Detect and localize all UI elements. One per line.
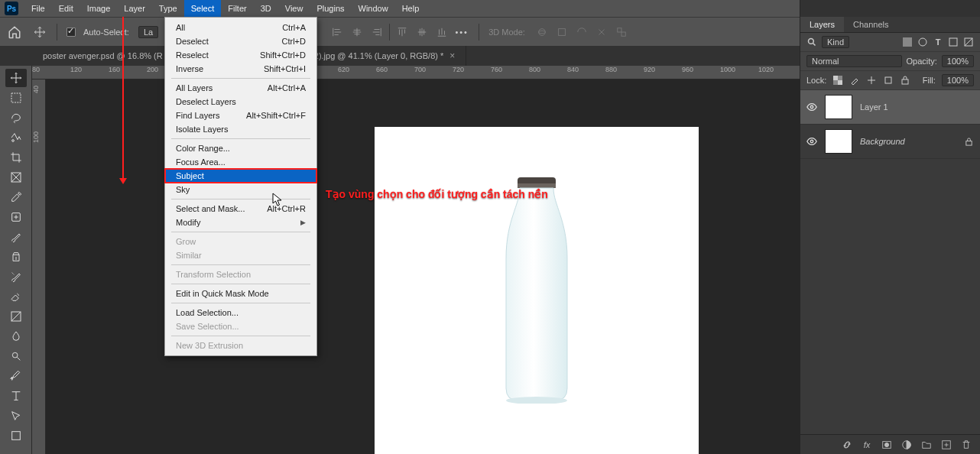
pan-3d-icon[interactable]	[554, 24, 570, 40]
menu-item-deselect-layers[interactable]: Deselect Layers	[165, 95, 316, 109]
lock-artboard-icon[interactable]	[883, 75, 894, 86]
tool-healing[interactable]	[5, 208, 27, 226]
menu-item-sky[interactable]: Sky	[165, 183, 316, 196]
menu-item-inverse[interactable]: InverseShift+Ctrl+I	[165, 62, 316, 76]
layer-row[interactable]: Background	[800, 125, 980, 159]
filter-type-icon[interactable]: T	[933, 37, 943, 47]
layer-row[interactable]: Layer 1	[800, 90, 980, 125]
layer-thumb	[825, 129, 852, 154]
menu-help[interactable]: Help	[395, 0, 427, 17]
tool-crop[interactable]	[5, 148, 27, 167]
tool-clone[interactable]	[5, 248, 27, 266]
menu-window[interactable]: Window	[352, 0, 395, 17]
layer-group-select[interactable]: La	[138, 26, 158, 38]
menu-item-find-layers[interactable]: Find LayersAlt+Shift+Ctrl+F	[165, 109, 316, 122]
filter-adjust-icon[interactable]	[917, 37, 928, 47]
menu-3d[interactable]: 3D	[254, 0, 278, 17]
close-icon[interactable]: ×	[449, 50, 455, 61]
menu-item-reselect[interactable]: ReselectShift+Ctrl+D	[165, 48, 316, 62]
align-bottom-icon[interactable]	[434, 24, 449, 40]
menu-item-focus-area[interactable]: Focus Area...	[165, 155, 316, 169]
slide-icon[interactable]	[594, 24, 609, 40]
opacity-label: Opacity:	[907, 57, 937, 66]
tool-frame[interactable]	[5, 168, 27, 186]
link-icon[interactable]	[841, 439, 853, 451]
opacity-value[interactable]: 100%	[942, 55, 974, 67]
scale-3d-icon[interactable]	[614, 24, 629, 40]
tool-history-brush[interactable]	[5, 268, 27, 286]
tool-pen[interactable]	[5, 367, 27, 385]
menu-view[interactable]: View	[278, 0, 310, 17]
tool-move[interactable]	[5, 69, 27, 87]
menu-item-edit-in-quick-mask-mode[interactable]: Edit in Quick Mask Mode	[165, 287, 316, 300]
group-icon[interactable]	[920, 439, 933, 451]
align-left-icon[interactable]	[329, 24, 345, 40]
svg-rect-16	[903, 37, 912, 47]
filter-shape-icon[interactable]	[948, 37, 959, 47]
menu-file[interactable]: File	[24, 0, 52, 17]
roll-icon[interactable]	[574, 24, 589, 40]
menu-item-modify[interactable]: Modify▶	[165, 216, 316, 229]
filter-smart-icon[interactable]	[963, 37, 974, 47]
menu-filter[interactable]: Filter	[221, 0, 253, 17]
menu-item-all-layers[interactable]: All LayersAlt+Ctrl+A	[165, 81, 316, 95]
adjustment-icon[interactable]	[900, 439, 913, 451]
orbit-icon[interactable]	[534, 24, 550, 40]
auto-select-toggle[interactable]: Auto-Select:	[67, 28, 129, 37]
filter-pixel-icon[interactable]	[902, 37, 913, 47]
menu-item-color-range[interactable]: Color Range...	[165, 141, 316, 155]
search-icon[interactable]	[806, 37, 817, 47]
menu-item-deselect[interactable]: DeselectCtrl+D	[165, 34, 316, 48]
home-icon[interactable]	[6, 24, 23, 41]
menu-item-select-and-mask[interactable]: Select and Mask...Alt+Ctrl+R	[165, 202, 316, 216]
tab-layers[interactable]: Layers	[800, 17, 844, 32]
document[interactable]	[375, 127, 699, 454]
lock-pixels-icon[interactable]	[849, 75, 860, 86]
tool-eraser[interactable]	[5, 287, 27, 306]
kind-select[interactable]: Kind	[822, 36, 849, 48]
menu-layer[interactable]: Layer	[117, 0, 152, 17]
tool-eyedropper[interactable]	[5, 188, 27, 206]
menu-item-isolate-layers[interactable]: Isolate Layers	[165, 122, 316, 136]
visibility-icon[interactable]	[806, 136, 817, 147]
align-top-icon[interactable]	[394, 24, 410, 40]
tool-lasso[interactable]	[5, 109, 27, 127]
blend-mode-select[interactable]: Normal	[806, 55, 902, 67]
tool-type[interactable]	[5, 387, 27, 405]
menu-image[interactable]: Image	[80, 0, 118, 17]
tool-path-select[interactable]	[5, 407, 27, 425]
menu-item-all[interactable]: AllCtrl+A	[165, 21, 316, 34]
document-tab[interactable]: poster avenger.psd @ 16.8% (R×	[32, 46, 186, 66]
tool-dodge[interactable]	[5, 347, 27, 365]
lock-all-icon[interactable]	[900, 75, 910, 86]
tool-marquee[interactable]	[5, 89, 27, 107]
tool-quick-select[interactable]	[5, 128, 27, 147]
menu-item-subject[interactable]: Subject	[165, 169, 316, 183]
select-menu-dropdown: AllCtrl+ADeselectCtrl+DReselectShift+Ctr…	[164, 17, 317, 356]
align-right-icon[interactable]	[369, 24, 385, 40]
menu-item-load-selection[interactable]: Load Selection...	[165, 306, 316, 319]
menu-select[interactable]: Select	[184, 0, 222, 17]
new-layer-icon[interactable]	[940, 439, 952, 451]
lock-position-icon[interactable]	[866, 75, 877, 86]
canvas[interactable]: Tạo vùng chọn cho đối tượng cần tách nền	[46, 79, 800, 454]
trash-icon[interactable]	[960, 439, 972, 451]
mask-icon[interactable]	[881, 439, 893, 451]
more-icon[interactable]: •••	[454, 24, 469, 40]
tool-blur[interactable]	[5, 327, 27, 345]
fill-value[interactable]: 100%	[942, 74, 974, 86]
menu-plugins[interactable]: Plugins	[310, 0, 351, 17]
tool-rectangle[interactable]	[5, 426, 27, 445]
fx-icon[interactable]: fx	[861, 439, 873, 451]
visibility-icon[interactable]	[806, 102, 817, 112]
tool-brush[interactable]	[5, 228, 27, 246]
menu-type[interactable]: Type	[152, 0, 184, 17]
tool-gradient[interactable]	[5, 307, 27, 326]
tab-channels[interactable]: Channels	[844, 17, 897, 32]
lock-trans-icon[interactable]	[832, 75, 843, 86]
mode3d-label: 3D Mode:	[488, 28, 525, 37]
menu-item-transform-selection: Transform Selection	[165, 268, 316, 281]
menu-edit[interactable]: Edit	[52, 0, 80, 17]
align-middle-v-icon[interactable]	[414, 24, 430, 40]
align-center-h-icon[interactable]	[349, 24, 365, 40]
